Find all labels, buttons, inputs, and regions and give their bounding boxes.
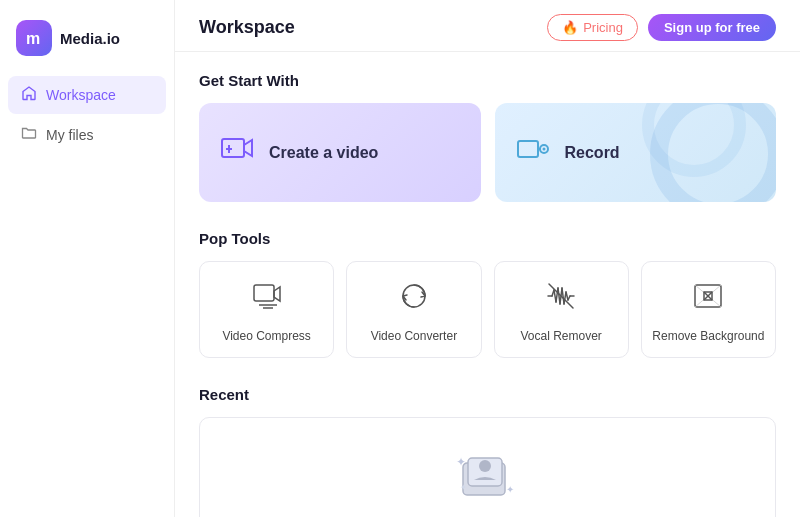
get-start-section: Get Start With Create a video <box>199 72 776 202</box>
recent-title: Recent <box>199 386 776 403</box>
svg-text:✦: ✦ <box>456 455 466 469</box>
svg-rect-1 <box>222 139 244 157</box>
get-start-title: Get Start With <box>199 72 776 89</box>
svg-line-21 <box>566 292 568 300</box>
pop-tools-title: Pop Tools <box>199 230 776 247</box>
vocal-remover-label: Vocal Remover <box>520 329 601 343</box>
pop-tools-grid: Video Compress Video Converter <box>199 261 776 358</box>
svg-text:✦: ✦ <box>506 484 514 495</box>
workspace-content: Get Start With Create a video <box>175 52 800 517</box>
video-compress-card[interactable]: Video Compress <box>199 261 334 358</box>
record-label: Record <box>565 144 620 162</box>
home-icon <box>20 85 38 105</box>
create-video-card[interactable]: Create a video <box>199 103 481 202</box>
get-start-grid: Create a video Record <box>199 103 776 202</box>
header-actions: 🔥 Pricing Sign up for free <box>547 14 776 41</box>
logo-area: m Media.io <box>0 10 174 76</box>
svg-text:m: m <box>26 30 40 47</box>
svg-text:✦: ✦ <box>460 483 467 492</box>
header: Workspace 🔥 Pricing Sign up for free <box>175 0 800 52</box>
svg-line-22 <box>568 296 570 300</box>
video-compress-label: Video Compress <box>222 329 311 343</box>
pricing-button[interactable]: 🔥 Pricing <box>547 14 638 41</box>
sidebar: m Media.io Workspace My files <box>0 0 175 517</box>
sidebar-navigation: Workspace My files <box>0 76 174 156</box>
fire-icon: 🔥 <box>562 20 578 35</box>
svg-rect-8 <box>254 285 274 301</box>
video-converter-label: Video Converter <box>371 329 458 343</box>
svg-rect-4 <box>518 141 538 157</box>
sidebar-myfiles-label: My files <box>46 127 93 143</box>
signup-button[interactable]: Sign up for free <box>648 14 776 41</box>
create-video-label: Create a video <box>269 144 378 162</box>
svg-point-6 <box>542 148 545 151</box>
page-title: Workspace <box>199 17 295 38</box>
empty-state-icon: ✦ ✦ ✦ <box>448 438 528 517</box>
video-compress-icon <box>251 280 283 319</box>
recent-section: Recent ✦ ✦ ✦ <box>199 386 776 517</box>
sidebar-item-myfiles[interactable]: My files <box>8 116 166 154</box>
remove-background-label: Remove Background <box>652 329 764 343</box>
vocal-remover-icon <box>545 280 577 319</box>
video-converter-icon <box>398 280 430 319</box>
remove-background-icon <box>692 280 724 319</box>
create-video-icon <box>219 131 255 174</box>
main-content: Workspace 🔥 Pricing Sign up for free Get… <box>175 0 800 517</box>
logo-icon: m <box>16 20 52 56</box>
sidebar-workspace-label: Workspace <box>46 87 116 103</box>
pop-tools-section: Pop Tools Video Compress <box>199 230 776 358</box>
vocal-remover-card[interactable]: Vocal Remover <box>494 261 629 358</box>
record-icon <box>515 131 551 174</box>
sidebar-item-workspace[interactable]: Workspace <box>8 76 166 114</box>
folder-icon <box>20 125 38 145</box>
svg-point-29 <box>479 460 491 472</box>
recent-content: ✦ ✦ ✦ Log in to see your projects <box>199 417 776 517</box>
remove-background-card[interactable]: Remove Background <box>641 261 776 358</box>
logo-text: Media.io <box>60 30 120 47</box>
video-converter-card[interactable]: Video Converter <box>346 261 481 358</box>
record-card[interactable]: Record <box>495 103 777 202</box>
